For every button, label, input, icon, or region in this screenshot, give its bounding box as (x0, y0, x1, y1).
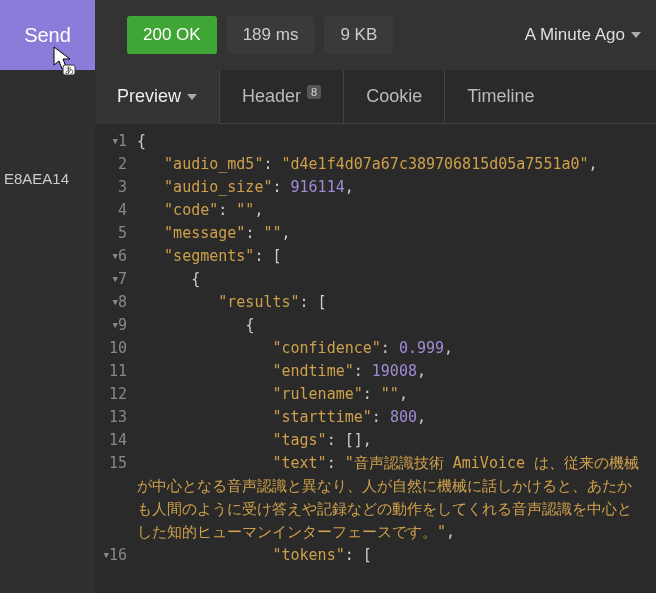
chevron-down-icon (631, 32, 641, 38)
line-number: ▼6 (95, 245, 137, 268)
code-viewer[interactable]: ▼1{2 "audio_md5": "d4e1f4d07a67c38970681… (95, 124, 656, 593)
fold-caret-icon[interactable]: ▼ (113, 314, 118, 337)
tab-header-badge: 8 (307, 85, 321, 99)
tab-timeline[interactable]: Timeline (445, 70, 556, 124)
code-content: "audio_md5": "d4e1f4d07a67c389706815d05a… (137, 153, 656, 176)
tab-header[interactable]: Header 8 (220, 70, 344, 124)
chevron-down-icon (187, 94, 197, 100)
code-content: "code": "", (137, 199, 656, 222)
tab-timeline-label: Timeline (467, 86, 534, 107)
tab-preview-label: Preview (117, 86, 181, 107)
code-content: "confidence": 0.999, (137, 337, 656, 360)
line-number: ▼16 (95, 544, 137, 567)
tabs-bar: Preview Header 8 Cookie Timeline (95, 70, 656, 124)
tab-preview[interactable]: Preview (95, 70, 220, 124)
line-number: 2 (95, 153, 137, 176)
response-time: 189 ms (227, 16, 315, 54)
send-button[interactable]: Send あ (0, 0, 95, 70)
code-content: "audio_size": 916114, (137, 176, 656, 199)
code-line: 12 "rulename": "", (95, 383, 656, 406)
code-line: 10 "confidence": 0.999, (95, 337, 656, 360)
code-line: 13 "starttime": 800, (95, 406, 656, 429)
code-line: 15 "text": "音声認識技術 AmiVoice は、従来の機械が中心とな… (95, 452, 656, 544)
code-line: 3 "audio_size": 916114, (95, 176, 656, 199)
code-line: ▼9 { (95, 314, 656, 337)
line-number: 11 (95, 360, 137, 383)
code-line: 14 "tags": [], (95, 429, 656, 452)
code-content: { (137, 314, 656, 337)
status-badge: 200 OK (127, 16, 217, 54)
code-line: ▼16 "tokens": [ (95, 544, 656, 567)
code-line: 5 "message": "", (95, 222, 656, 245)
line-number: ▼8 (95, 291, 137, 314)
line-number: 13 (95, 406, 137, 429)
fold-caret-icon[interactable]: ▼ (113, 291, 118, 314)
code-line: 4 "code": "", (95, 199, 656, 222)
line-number: 5 (95, 222, 137, 245)
line-number: 12 (95, 383, 137, 406)
code-content: { (137, 130, 656, 153)
line-number: 3 (95, 176, 137, 199)
line-number: ▼7 (95, 268, 137, 291)
code-content: "starttime": 800, (137, 406, 656, 429)
code-content: "text": "音声認識技術 AmiVoice は、従来の機械が中心となる音声… (137, 452, 656, 544)
time-ago-dropdown[interactable]: A Minute Ago (525, 25, 641, 45)
fold-caret-icon[interactable]: ▼ (113, 268, 118, 291)
tab-cookie[interactable]: Cookie (344, 70, 445, 124)
main-area: E8AEA14 Preview Header 8 Cookie Timeline… (0, 70, 656, 593)
line-number: ▼9 (95, 314, 137, 337)
code-content: "segments": [ (137, 245, 656, 268)
line-number: ▼1 (95, 130, 137, 153)
response-size: 9 KB (324, 16, 393, 54)
code-content: "endtime": 19008, (137, 360, 656, 383)
code-content: { (137, 268, 656, 291)
code-content: "message": "", (137, 222, 656, 245)
sidebar-text: E8AEA14 (4, 170, 95, 187)
code-line: 11 "endtime": 19008, (95, 360, 656, 383)
code-content: "results": [ (137, 291, 656, 314)
time-ago-label: A Minute Ago (525, 25, 625, 45)
top-bar: Send あ 200 OK 189 ms 9 KB A Minute Ago (0, 0, 656, 70)
tab-header-label: Header (242, 86, 301, 107)
code-content: "rulename": "", (137, 383, 656, 406)
sidebar: E8AEA14 (0, 70, 95, 593)
line-number: 14 (95, 429, 137, 452)
code-line: ▼8 "results": [ (95, 291, 656, 314)
send-label: Send (24, 24, 71, 47)
code-content: "tokens": [ (137, 544, 656, 567)
fold-caret-icon[interactable]: ▼ (113, 245, 118, 268)
code-content: "tags": [], (137, 429, 656, 452)
code-line: ▼1{ (95, 130, 656, 153)
line-number: 4 (95, 199, 137, 222)
tab-cookie-label: Cookie (366, 86, 422, 107)
line-number: 10 (95, 337, 137, 360)
fold-caret-icon[interactable]: ▼ (113, 130, 118, 153)
code-line: 2 "audio_md5": "d4e1f4d07a67c389706815d0… (95, 153, 656, 176)
line-number: 15 (95, 452, 137, 544)
content-panel: Preview Header 8 Cookie Timeline ▼1{2 "a… (95, 70, 656, 593)
code-line: ▼7 { (95, 268, 656, 291)
code-line: ▼6 "segments": [ (95, 245, 656, 268)
fold-caret-icon[interactable]: ▼ (104, 544, 109, 567)
